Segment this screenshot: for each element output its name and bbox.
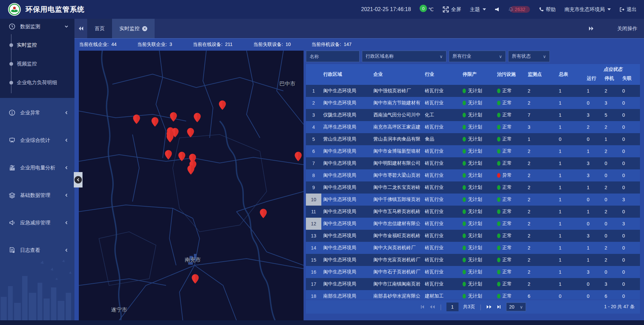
- table-row[interactable]: 12 阆中生态环境局 阆中市忠信建材有限公 砖瓦行业 无计划 正常 2 1 0: [306, 218, 640, 230]
- help-button[interactable]: 帮助: [539, 6, 556, 13]
- table-row[interactable]: 9 阆中生态环境局 阆中市二龙长宝页岩砖 砖瓦行业 无计划 正常 2 1 1: [306, 181, 640, 194]
- chevron-left-icon: [74, 176, 82, 183]
- first-page-button[interactable]: [420, 305, 425, 309]
- status-dot-green: [463, 89, 466, 93]
- cell-meter-count: 1: [557, 194, 585, 206]
- table-row[interactable]: 16 阆中生态环境局 阆中市石子页岩机砖厂 砖瓦行业 无计划 正常 2 1 3: [306, 266, 640, 278]
- map-pin[interactable]: [194, 113, 201, 124]
- sidebar-item[interactable]: 视频监控: [0, 54, 74, 73]
- page-number-input[interactable]: 1: [446, 303, 459, 311]
- cell-run-count: 0: [585, 278, 603, 290]
- status-dot: [497, 185, 500, 190]
- bureau-dropdown[interactable]: 南充市生态环境局: [565, 6, 611, 13]
- sidebar-item[interactable]: 企业电力负荷明细: [0, 73, 74, 92]
- name-filter-input[interactable]: [310, 54, 356, 59]
- filter-row: 行政区域名称 ∨ 所有行业 ∨ 所有状态 ∨: [306, 51, 640, 62]
- table-row[interactable]: 8 阆中生态环境局 阆中市枣碧大梁山页岩 砖瓦行业 无计划 异常 2 1 3: [306, 169, 640, 181]
- double-chevron-right-icon[interactable]: [588, 26, 594, 31]
- sidebar-group-power-analysis[interactable]: 企业用电量分析: [0, 159, 74, 176]
- status-dot-green: [463, 209, 466, 214]
- col-index: [306, 64, 321, 85]
- sidebar-group-emergency[interactable]: 应急减排管理: [0, 214, 74, 231]
- table-row[interactable]: 10 阆中生态环境局 阆中千佛镇五郎垭页岩 砖瓦行业 无计划 正常 2 1 0: [306, 194, 640, 206]
- map-pin[interactable]: [170, 112, 177, 123]
- fullscreen-icon: [442, 6, 449, 13]
- cell-stopped-count: 2: [602, 85, 620, 97]
- cell-enterprise: 阆中强锐页岩砖厂: [371, 85, 423, 97]
- tab-home[interactable]: 首页: [87, 19, 112, 38]
- sidebar-group-enterprise-stats[interactable]: 企业综合统计: [0, 131, 74, 149]
- industry-filter-select[interactable]: 所有行业 ∨: [449, 51, 506, 62]
- table-row[interactable]: 4 高坪生态环境局 南充市高坪区王家店建 砖瓦行业 无计划 正常 3 1 2: [306, 121, 640, 133]
- table-row[interactable]: 18 南部生态环境局 南部县砂华水泥有限公 建材加工 无计划 正常 6 0 0: [306, 290, 640, 300]
- cell-meter-count: 1: [557, 206, 585, 218]
- prev-page-button[interactable]: [429, 305, 435, 309]
- cell-monitor-count: 2: [526, 206, 557, 218]
- cell-facility-status: 正常: [495, 242, 526, 254]
- map-pin[interactable]: [165, 150, 172, 161]
- sidebar-group-label: 数据监测: [20, 23, 40, 30]
- sound-button[interactable]: [495, 7, 499, 12]
- map-canvas[interactable]: 巴中市 南充市 遂宁市: [79, 51, 304, 320]
- map-pin[interactable]: [260, 208, 267, 220]
- table-row[interactable]: 2 阆中生态环境局 阆中市南方节能建材有 砖瓦行业 无计划 正常 2 1 0: [306, 97, 640, 109]
- cell-enterprise: 阆中市忠信建材有限公: [371, 218, 423, 230]
- logout-button[interactable]: 退出: [620, 6, 637, 13]
- cell-industry: 砖瓦行业: [423, 230, 461, 242]
- close-icon[interactable]: ✕: [142, 26, 147, 31]
- table-row[interactable]: 15 阆中生态环境局 阆中市光富页岩机砖厂 砖瓦行业 无计划 正常 2 1 1: [306, 254, 640, 266]
- table-row[interactable]: 3 仪陇生态环境局 西南油气田分公司川中 化工 无计划 正常 7 1 3: [306, 109, 640, 121]
- divider: |: [480, 304, 481, 311]
- sidebar-collapse-handle[interactable]: [74, 172, 83, 187]
- table-row[interactable]: 11 阆中生态环境局 阆中市五马桥页岩机砖 砖瓦行业 无计划 正常 2 1 1: [306, 206, 640, 218]
- chevron-down-icon: [483, 8, 486, 10]
- sidebar-group-data-monitoring[interactable]: 数据监测: [0, 19, 74, 34]
- status-filter-select[interactable]: 所有状态 ∨: [508, 51, 550, 62]
- theme-dropdown[interactable]: 主题: [470, 6, 486, 13]
- next-page-button[interactable]: [486, 305, 492, 309]
- table-row[interactable]: 1 阆中生态环境局 阆中强锐页岩砖厂 砖瓦行业 无计划 正常 2 1 1: [306, 85, 640, 97]
- table-row[interactable]: 5 营山生态环境局 营山县润丰肉食品有限 食品 无计划 正常 1 0 0: [306, 133, 640, 145]
- close-operations-button[interactable]: 关闭操作: [617, 25, 637, 32]
- tab-scroll-left-button[interactable]: [74, 19, 87, 38]
- cell-industry: 砖瓦行业: [423, 145, 461, 157]
- cell-facility-status: 正常: [495, 181, 526, 194]
- cell-stopped-count: 0: [602, 230, 620, 242]
- region-filter-select[interactable]: 行政区域名称 ∨: [362, 51, 446, 62]
- map-pin[interactable]: [186, 127, 194, 139]
- cell-facility-status: 正常: [495, 194, 526, 206]
- table-row[interactable]: 6 阆中生态环境局 阆中市金博瑞新型墙材 砖瓦行业 无计划 正常 2 1 1: [306, 145, 640, 157]
- page-size-select[interactable]: 20 ∨: [506, 303, 526, 311]
- row-index: 1: [306, 85, 321, 97]
- table-row[interactable]: 14 阆中生态环境局 阆中大兴页岩机砖厂 砖瓦行业 无计划 正常 2 1 1: [306, 242, 640, 254]
- divider: |: [440, 304, 442, 311]
- cell-run-count: 0: [585, 290, 603, 300]
- tab-realtime-monitoring[interactable]: 实时监控 ✕: [112, 19, 155, 38]
- speaker-icon: [495, 7, 499, 12]
- cell-industry: 砖瓦行业: [423, 85, 461, 97]
- table-row[interactable]: 17 阆中生态环境局 阆中市江南镇阆南页岩 砖瓦行业 无计划 正常 2 1 0: [306, 278, 640, 290]
- cell-stop-status: 无计划: [461, 121, 495, 133]
- cell-monitor-count: 2: [526, 218, 557, 230]
- cell-facility-status: 正常: [495, 230, 526, 242]
- sidebar-group-enterprise-abnormal[interactable]: 企业异常: [0, 104, 74, 121]
- last-page-button[interactable]: [497, 305, 501, 309]
- stat-item: 当前失联设备: 10: [253, 42, 290, 48]
- map-pin[interactable]: [187, 165, 195, 176]
- map-pin[interactable]: [192, 274, 199, 285]
- status-dot: [497, 197, 500, 202]
- table-row[interactable]: 7 阆中生态环境局 阆中明阳建材有限公司 砖瓦行业 无计划 正常 2 1 3: [306, 157, 640, 169]
- row-index: 13: [306, 230, 321, 242]
- sidebar-item[interactable]: 实时监控: [0, 36, 74, 54]
- notifications[interactable]: 2632: [508, 6, 530, 13]
- cell-stop-status: 无计划: [461, 109, 495, 121]
- map-pin[interactable]: [151, 117, 159, 128]
- map-pin[interactable]: [219, 100, 226, 111]
- map-pin[interactable]: [294, 152, 302, 163]
- map-pin[interactable]: [166, 132, 174, 144]
- table-row[interactable]: 13 阆中生态环境局 阆中市金福旺页岩机砖 砖瓦行业 无计划 正常 2 1 3: [306, 230, 640, 242]
- map-pin[interactable]: [133, 114, 141, 126]
- map-pin[interactable]: [178, 152, 185, 163]
- sidebar-group-base-data[interactable]: 基础数据管理: [0, 186, 74, 204]
- fullscreen-button[interactable]: 全屏: [442, 6, 461, 13]
